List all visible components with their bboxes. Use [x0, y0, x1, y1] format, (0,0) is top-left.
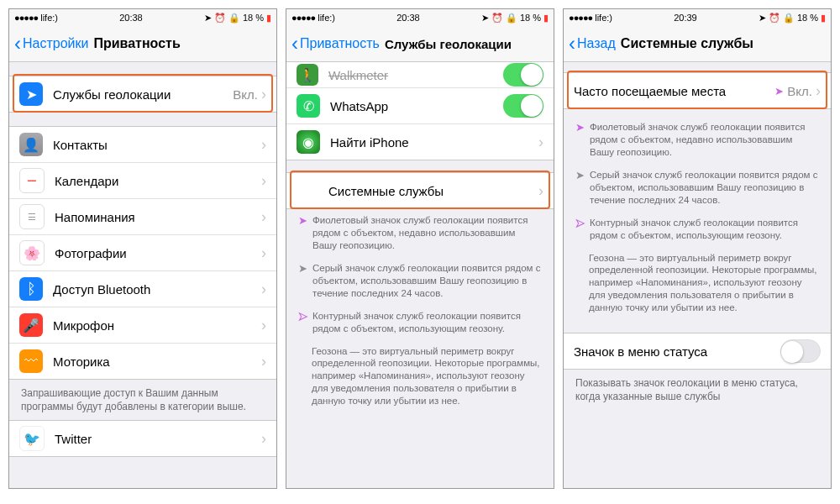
- toggle-switch[interactable]: [503, 63, 543, 87]
- row-label: Календари: [55, 174, 261, 188]
- row-find-iphone[interactable]: ◉ Найти iPhone ›: [286, 124, 554, 160]
- location-icon: ➤: [19, 82, 43, 106]
- row-label: WhatsApp: [330, 99, 503, 113]
- rotation-lock-icon: 🔒: [783, 13, 795, 24]
- location-icon: ➤: [204, 13, 212, 24]
- toggle-switch[interactable]: [503, 94, 543, 118]
- status-time: 20:38: [396, 13, 420, 23]
- chevron-right-icon: ›: [538, 182, 543, 200]
- info-body: Фиолетовый значок служб геолокации появи…: [312, 214, 542, 252]
- info-body: Геозона — это виртуальный периметр вокру…: [589, 252, 819, 315]
- app-icon: ◉: [297, 130, 320, 154]
- row-status-icon[interactable]: Значок в меню статуса: [564, 333, 831, 369]
- twitter-icon: 🐦: [19, 426, 45, 451]
- carrier-label: life:): [40, 13, 58, 23]
- info-text: Геозона — это виртуальный периметр вокру…: [286, 340, 554, 413]
- info-text: ➤ Фиолетовый значок служб геолокации поя…: [286, 209, 554, 257]
- arrow-outline-icon: ➤: [298, 310, 307, 335]
- alarm-icon: ⏰: [491, 13, 503, 24]
- battery-percent: 18 %: [520, 13, 541, 23]
- chevron-right-icon: ›: [261, 172, 266, 190]
- chevron-right-icon: ›: [261, 208, 266, 226]
- row-frequent-locations[interactable]: Часто посещаемые места ➤ Вкл. ›: [564, 73, 831, 108]
- info-body: Фиолетовый значок служб геолокации появи…: [590, 121, 819, 159]
- row-label: Найти iPhone: [330, 135, 538, 150]
- status-bar: ●●●●● life:) 20:39 ➤ ⏰ 🔒 18 % ▮: [564, 9, 831, 26]
- bluetooth-icon: ᛒ: [19, 277, 43, 301]
- battery-percent: 18 %: [797, 13, 818, 23]
- nav-bar: ‹ Назад Системные службы: [564, 26, 831, 62]
- alarm-icon: ⏰: [769, 13, 780, 24]
- rotation-lock-icon: 🔒: [506, 13, 517, 24]
- info-text: ➤ Контурный значок служб геолокации появ…: [286, 305, 554, 340]
- arrow-purple-icon: ➤: [298, 214, 307, 252]
- row-microphone[interactable]: 🎤 Микрофон ›: [9, 307, 276, 344]
- arrow-gray-icon: ➤: [575, 169, 585, 207]
- row-label: Twitter: [55, 432, 261, 446]
- nav-bar: ‹ Настройки Приватность: [9, 26, 276, 62]
- reminders-icon: ☰: [19, 204, 45, 229]
- row-label: Напоминания: [55, 210, 261, 224]
- info-body: Контурный значок служб геолокации появит…: [312, 310, 542, 335]
- microphone-icon: 🎤: [19, 313, 43, 337]
- info-body: Серый значок служб геолокации появится р…: [312, 262, 542, 300]
- info-text: Геозона — это виртуальный периметр вокру…: [564, 247, 831, 320]
- calendar-icon: ━━: [19, 168, 45, 193]
- status-bar: ●●●●● life:) 20:38 ➤ ⏰ 🔒 18 % ▮: [9, 9, 276, 26]
- row-value: Вкл.: [787, 84, 812, 98]
- back-button[interactable]: ‹ Приватность: [291, 34, 380, 54]
- row-twitter[interactable]: 🐦 Twitter ›: [9, 421, 276, 456]
- arrow-outline-icon: ➤: [575, 217, 585, 242]
- row-label: Микрофон: [53, 318, 261, 333]
- app-icon: ✆: [297, 94, 320, 118]
- content-scroll[interactable]: Часто посещаемые места ➤ Вкл. › ➤ Фиолет…: [564, 62, 831, 488]
- app-icon: 🚶: [297, 64, 318, 86]
- phone-screen-2: ●●●●● life:) 20:38 ➤ ⏰ 🔒 18 % ▮ ‹ Приват…: [286, 8, 554, 489]
- back-button[interactable]: ‹ Настройки: [14, 34, 88, 54]
- row-value: Вкл.: [233, 87, 258, 102]
- info-text: ➤ Фиолетовый значок служб геолокации поя…: [564, 116, 831, 164]
- location-icon: ➤: [759, 13, 766, 24]
- row-label: Контакты: [53, 138, 261, 152]
- row-reminders[interactable]: ☰ Напоминания ›: [9, 199, 276, 235]
- row-whatsapp[interactable]: ✆ WhatsApp: [286, 88, 554, 124]
- row-bluetooth[interactable]: ᛒ Доступ Bluetooth ›: [9, 271, 276, 307]
- content-scroll[interactable]: 🚶 Walkmeter ✆ WhatsApp ◉ Найти iPhone › …: [286, 62, 554, 488]
- content-scroll[interactable]: ➤ Службы геолокации Вкл. › 👤 Контакты › …: [9, 62, 276, 488]
- row-motion[interactable]: 〰 Моторика ›: [9, 344, 276, 379]
- chevron-right-icon: ›: [261, 136, 266, 154]
- arrow-purple-icon: ➤: [774, 85, 784, 97]
- back-button[interactable]: ‹ Назад: [569, 34, 616, 54]
- page-title: Приватность: [93, 36, 180, 51]
- info-text: ➤ Контурный значок служб геолокации появ…: [564, 212, 831, 247]
- info-text: ➤ Серый значок служб геолокации появится…: [286, 257, 554, 305]
- info-body: Контурный значок служб геолокации появит…: [590, 217, 819, 242]
- row-label: Walkmeter: [328, 68, 503, 82]
- chevron-right-icon: ›: [261, 353, 266, 370]
- battery-icon: ▮: [821, 13, 826, 24]
- row-location-services[interactable]: ➤ Службы геолокации Вкл. ›: [9, 76, 276, 112]
- motion-icon: 〰: [19, 349, 43, 373]
- back-label: Приватность: [300, 36, 380, 51]
- chevron-right-icon: ›: [816, 82, 821, 100]
- contacts-icon: 👤: [19, 133, 43, 156]
- page-title: Системные службы: [621, 36, 753, 51]
- chevron-right-icon: ›: [261, 317, 266, 334]
- nav-bar: ‹ Приватность Службы геолокации: [286, 26, 554, 62]
- carrier-label: life:): [595, 13, 612, 23]
- row-system-services[interactable]: Системные службы ›: [286, 173, 554, 208]
- phone-screen-1: ●●●●● life:) 20:38 ➤ ⏰ 🔒 18 % ▮ ‹ Настро…: [8, 8, 277, 489]
- battery-icon: ▮: [543, 13, 549, 24]
- row-calendars[interactable]: ━━ Календари ›: [9, 163, 276, 199]
- row-label: Системные службы: [297, 184, 538, 198]
- row-photos[interactable]: 🌸 Фотографии ›: [9, 235, 276, 271]
- info-text: ➤ Серый значок служб геолокации появится…: [564, 164, 831, 212]
- row-contacts[interactable]: 👤 Контакты ›: [9, 127, 276, 163]
- signal-dots: ●●●●●: [291, 13, 315, 23]
- row-walkmeter[interactable]: 🚶 Walkmeter: [286, 62, 554, 88]
- status-time: 20:39: [674, 13, 697, 23]
- toggle-switch[interactable]: [780, 339, 821, 363]
- row-label: Службы геолокации: [53, 87, 233, 102]
- alarm-icon: ⏰: [214, 13, 226, 24]
- back-label: Назад: [577, 36, 616, 51]
